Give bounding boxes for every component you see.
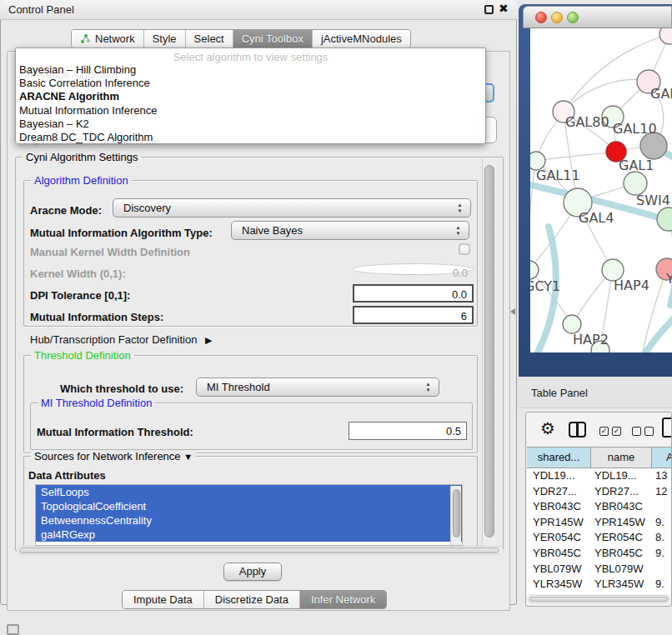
algorithm-option-aracne[interactable]: ARACNE Algorithm xyxy=(16,90,485,103)
network-edge[interactable] xyxy=(565,80,649,110)
checked-checkbox-icon[interactable]: ✓ xyxy=(599,427,609,436)
column-header-third[interactable]: A xyxy=(652,448,672,468)
table-row[interactable]: YBL079WYBL079W xyxy=(527,562,672,578)
tab-discretize-data[interactable]: Discretize Data xyxy=(204,591,300,608)
splitpane-arrow-icon[interactable] xyxy=(510,308,515,315)
mi-algorithm-type-select[interactable]: Naive Bayes ▲▼ xyxy=(231,221,469,240)
aracne-mode-select[interactable]: Discovery ▲▼ xyxy=(113,198,471,218)
attributes-scrollbar-thumb[interactable] xyxy=(453,489,460,538)
attribute-item-betweennesscentrality[interactable]: BetweennessCentrality xyxy=(36,513,462,528)
table-row[interactable]: YIL052CYIL052C9 xyxy=(527,592,672,594)
network-node[interactable] xyxy=(624,172,647,195)
window-close-button[interactable] xyxy=(535,12,547,23)
algorithm-option-mutual-information[interactable]: Mutual Information Inference xyxy=(16,104,485,118)
window-zoom-button[interactable] xyxy=(567,12,579,23)
tab-cyni-toolbox[interactable]: Cyni Toolbox xyxy=(233,30,313,48)
settings-hscrollbar-thumb[interactable] xyxy=(19,548,499,553)
algorithm-option-bayesian-k2[interactable]: Bayesian – K2 xyxy=(16,118,485,131)
tab-select[interactable]: Select xyxy=(186,30,233,48)
collapsed-panel-icon[interactable] xyxy=(7,624,19,635)
column-header-shared-name[interactable]: shared... xyxy=(527,448,591,468)
float-window-icon[interactable] xyxy=(484,5,494,14)
settings-scrollbar-thumb[interactable] xyxy=(484,165,494,538)
gear-icon[interactable]: ⚙ xyxy=(540,418,555,438)
manual-kernel-checkbox[interactable] xyxy=(459,243,470,255)
table-row[interactable]: YPR145WYPR145W9. xyxy=(527,515,672,531)
table-row[interactable]: YDR27...YDR27...12 xyxy=(527,484,672,500)
tab-label: Select xyxy=(194,32,224,45)
network-node[interactable] xyxy=(659,28,672,44)
network-window-titlebar[interactable] xyxy=(523,6,672,28)
control-panel-titlebar: Control Panel ✖ xyxy=(0,0,517,20)
tab-network[interactable]: Network xyxy=(72,30,144,48)
table-row[interactable]: YBR045CYBR045C9. xyxy=(527,546,672,562)
tab-label: Network xyxy=(95,32,135,45)
table-cell: YPR145W xyxy=(527,515,591,531)
network-node-label: SWI4 xyxy=(636,192,670,208)
table-row[interactable]: YLR345WYLR345W9. xyxy=(527,577,672,592)
manual-kernel-label: Manual Kernel Width Definition xyxy=(30,246,190,258)
table-cell: YBR043C xyxy=(591,499,652,515)
algorithm-popup: Inference Algorithm gal-filtered sif def… xyxy=(15,48,486,144)
table-cell: YBR045C xyxy=(591,546,652,562)
network-node-label: GAL80 xyxy=(565,114,609,130)
network-edge[interactable] xyxy=(530,161,536,270)
close-panel-icon[interactable]: ✖ xyxy=(499,2,509,15)
table-row[interactable]: YBR043CYBR043C xyxy=(527,499,672,515)
which-threshold-value: MI Threshold xyxy=(207,381,270,393)
attributes-scrollbar-track[interactable] xyxy=(450,486,461,546)
column-header-name[interactable]: name xyxy=(591,448,652,468)
network-node-label: GAL4 xyxy=(579,210,614,226)
expander-right-icon: ▶ xyxy=(205,335,212,345)
unchecked-checkbox-icon[interactable] xyxy=(644,427,654,436)
popup-placeholder: Select algorithm to view settings xyxy=(16,48,485,63)
window-minimize-button[interactable] xyxy=(551,12,563,23)
mi-steps-input[interactable]: 6 xyxy=(353,306,474,324)
attribute-item-gal4rgexp[interactable]: gal4RGexp xyxy=(36,528,462,542)
table-row[interactable]: YER054CYER054C8. xyxy=(527,530,672,546)
attribute-item-selfloops[interactable]: SelfLoops xyxy=(36,485,462,499)
sources-title[interactable]: Sources for Network Inference ▼ xyxy=(31,450,196,463)
table-cell: YLR345W xyxy=(527,577,591,592)
network-edge[interactable] xyxy=(537,152,616,161)
which-threshold-select[interactable]: MI Threshold ▲▼ xyxy=(196,378,439,397)
kernel-width-input[interactable]: 0.0 xyxy=(353,263,474,275)
mi-threshold-label: Mutual Information Threshold: xyxy=(37,426,193,438)
aracne-mode-label: Aracne Mode: xyxy=(30,204,102,217)
network-node[interactable] xyxy=(563,315,581,333)
table-hscrollbar-thumb[interactable] xyxy=(529,597,668,602)
tab-style[interactable]: Style xyxy=(144,30,186,48)
apply-button[interactable]: Apply xyxy=(223,562,282,581)
attribute-item-topologicalcoefficient[interactable]: TopologicalCoefficient xyxy=(36,499,462,513)
table-row[interactable]: YDL19...YDL19...13 xyxy=(527,468,672,484)
settings-hscrollbar-track[interactable] xyxy=(17,546,504,555)
network-canvas[interactable]: GALGAL80GAL10GAL1GAL11GAL4SWI4GCY1HAP4YH… xyxy=(530,28,672,352)
network-node[interactable] xyxy=(530,261,539,279)
algorithm-option-basic-correlation[interactable]: Basic Correlation Inference xyxy=(16,77,485,90)
table-hscrollbar-track[interactable] xyxy=(528,595,669,603)
sources-title-text: Sources for Network Inference xyxy=(34,450,181,462)
columns-icon[interactable] xyxy=(569,422,586,438)
aracne-mode-value: Discovery xyxy=(123,202,171,214)
table-cell: YER054C xyxy=(591,530,652,546)
mi-threshold-input[interactable]: 0.5 xyxy=(349,422,467,440)
settings-scrollbar-track[interactable] xyxy=(482,158,497,550)
table-cell: YER054C xyxy=(527,530,591,546)
network-view-content[interactable]: GALGAL80GAL10GAL1GAL11GAL4SWI4GCY1HAP4YH… xyxy=(530,28,672,352)
network-view-window[interactable]: GALGAL80GAL10GAL1GAL11GAL4SWI4GCY1HAP4YH… xyxy=(519,4,672,377)
document-icon[interactable] xyxy=(662,418,672,438)
tab-impute-data[interactable]: Impute Data xyxy=(123,591,204,608)
mi-algorithm-type-label: Mutual Information Algorithm Type: xyxy=(30,227,213,239)
algorithm-option-dream8[interactable]: Dream8 DC_TDC Algorithm xyxy=(16,131,485,144)
unchecked-checkbox-icon[interactable] xyxy=(632,427,641,436)
dpi-tolerance-input[interactable]: 0.0 xyxy=(353,284,474,302)
network-node-label: Y xyxy=(665,271,672,287)
tab-label: jActiveMNodules xyxy=(321,32,402,45)
checked-checkbox-icon[interactable]: ✓ xyxy=(612,427,621,436)
tab-infer-network[interactable]: Infer Network xyxy=(300,591,386,608)
control-panel-tabbar: Network Style Select Cyni Toolbox jActiv… xyxy=(71,29,411,48)
algorithm-option-bayesian-hill-climbing[interactable]: Bayesian – Hill Climbing xyxy=(16,63,485,77)
hub-definition-expander[interactable]: Hub/Transcription Factor Definition ▶ xyxy=(30,333,212,346)
network-node[interactable] xyxy=(657,208,672,231)
tab-jactivemnodules[interactable]: jActiveMNodules xyxy=(313,30,410,48)
